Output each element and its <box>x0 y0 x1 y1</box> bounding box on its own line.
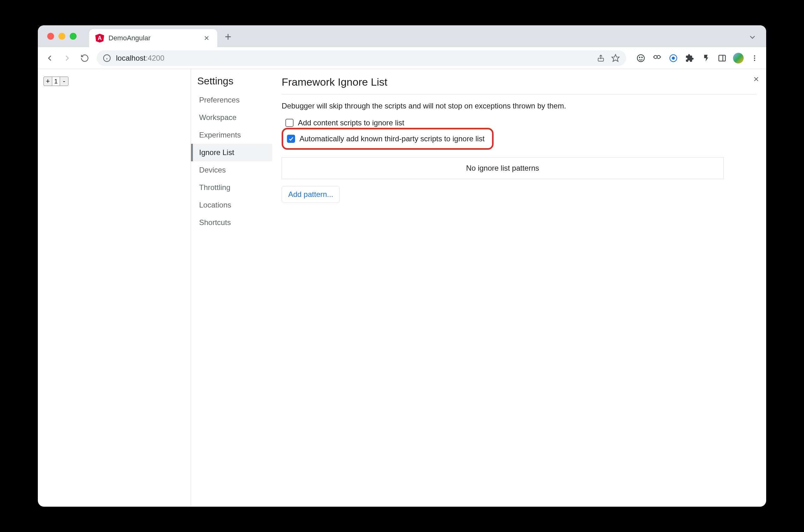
decrement-button[interactable]: - <box>60 77 69 86</box>
window-maximize-button[interactable] <box>70 33 77 40</box>
ignore-patterns-list: No ignore list patterns <box>282 157 724 179</box>
extension-icon[interactable] <box>668 53 678 63</box>
highlight-annotation: Automatically add known third-party scri… <box>282 128 494 150</box>
nav-throttling[interactable]: Throttling <box>197 179 272 196</box>
settings-nav: Preferences Workspace Experiments Ignore… <box>197 91 272 231</box>
svg-point-8 <box>654 55 657 58</box>
counter-value: 1 <box>52 77 60 86</box>
checkbox-content-scripts-row: Add content scripts to ignore list <box>284 117 757 129</box>
url-input[interactable]: localhost:4200 <box>97 50 626 66</box>
forward-button[interactable] <box>62 53 73 64</box>
side-panel-icon[interactable] <box>717 53 727 63</box>
extension-icon[interactable] <box>635 53 646 63</box>
content-area: + 1 - Settings Preferences Workspace Exp… <box>38 69 766 507</box>
nav-locations[interactable]: Locations <box>197 196 272 214</box>
svg-point-17 <box>754 60 755 61</box>
svg-point-7 <box>642 57 643 58</box>
tab-bar: A DemoAngular × + <box>38 25 766 47</box>
share-icon[interactable] <box>597 54 605 62</box>
panel-title: Framework Ignore List <box>282 76 757 88</box>
url-text: localhost:4200 <box>116 54 165 62</box>
window-controls <box>47 33 77 40</box>
svg-point-15 <box>754 55 755 57</box>
nav-devices[interactable]: Devices <box>197 161 272 179</box>
bookmark-star-icon[interactable] <box>611 54 620 62</box>
window-close-button[interactable] <box>47 33 54 40</box>
angular-favicon-icon: A <box>95 34 104 42</box>
browser-window: A DemoAngular × + localhost:4200 <box>38 25 766 507</box>
svg-marker-4 <box>612 54 619 61</box>
empty-patterns-text: No ignore list patterns <box>466 164 539 173</box>
extensions-menu-icon[interactable] <box>684 53 695 63</box>
checkbox-content-scripts[interactable] <box>285 119 293 127</box>
nav-preferences[interactable]: Preferences <box>197 91 272 109</box>
checkbox-third-party-label: Automatically add known third-party scri… <box>300 134 484 143</box>
checkbox-content-scripts-label: Add content scripts to ignore list <box>298 118 404 127</box>
settings-title: Settings <box>197 75 272 87</box>
extension-icon[interactable] <box>652 53 663 63</box>
page-viewport: + 1 - <box>38 69 191 507</box>
divider <box>282 94 757 95</box>
close-settings-button[interactable]: × <box>750 73 762 85</box>
svg-point-5 <box>637 54 645 61</box>
settings-sidebar: Settings Preferences Workspace Experimen… <box>191 69 272 507</box>
settings-main-panel: × Framework Ignore List Debugger will sk… <box>272 69 766 507</box>
omnibox-actions <box>597 54 620 62</box>
address-bar: localhost:4200 <box>38 47 766 69</box>
counter-widget: + 1 - <box>38 72 191 86</box>
extension-icon[interactable] <box>701 53 711 63</box>
add-pattern-button[interactable]: Add pattern... <box>282 186 340 203</box>
extensions-area <box>635 53 760 63</box>
devtools-panel: Settings Preferences Workspace Experimen… <box>191 69 766 507</box>
nav-workspace[interactable]: Workspace <box>197 109 272 126</box>
tab-title: DemoAngular <box>109 34 198 42</box>
back-button[interactable] <box>44 53 55 64</box>
profile-avatar[interactable] <box>733 53 744 63</box>
site-info-icon[interactable] <box>103 54 111 62</box>
increment-button[interactable]: + <box>43 77 52 86</box>
svg-rect-13 <box>719 55 726 61</box>
checkbox-third-party[interactable] <box>287 135 295 143</box>
new-tab-button[interactable]: + <box>225 31 231 42</box>
window-minimize-button[interactable] <box>58 33 65 40</box>
nav-experiments[interactable]: Experiments <box>197 126 272 144</box>
svg-point-12 <box>672 57 675 59</box>
svg-point-9 <box>657 55 660 58</box>
panel-description: Debugger will skip through the scripts a… <box>282 101 757 110</box>
nav-ignore-list[interactable]: Ignore List <box>191 144 272 161</box>
tabs-dropdown-button[interactable] <box>748 33 757 42</box>
tab-close-button[interactable]: × <box>202 33 211 43</box>
nav-shortcuts[interactable]: Shortcuts <box>197 214 272 231</box>
svg-point-16 <box>754 58 755 59</box>
checkbox-third-party-row: Automatically add known third-party scri… <box>285 133 486 145</box>
browser-tab[interactable]: A DemoAngular × <box>89 29 217 47</box>
svg-point-6 <box>639 57 640 58</box>
reload-button[interactable] <box>79 53 90 64</box>
browser-menu-icon[interactable] <box>749 53 760 63</box>
